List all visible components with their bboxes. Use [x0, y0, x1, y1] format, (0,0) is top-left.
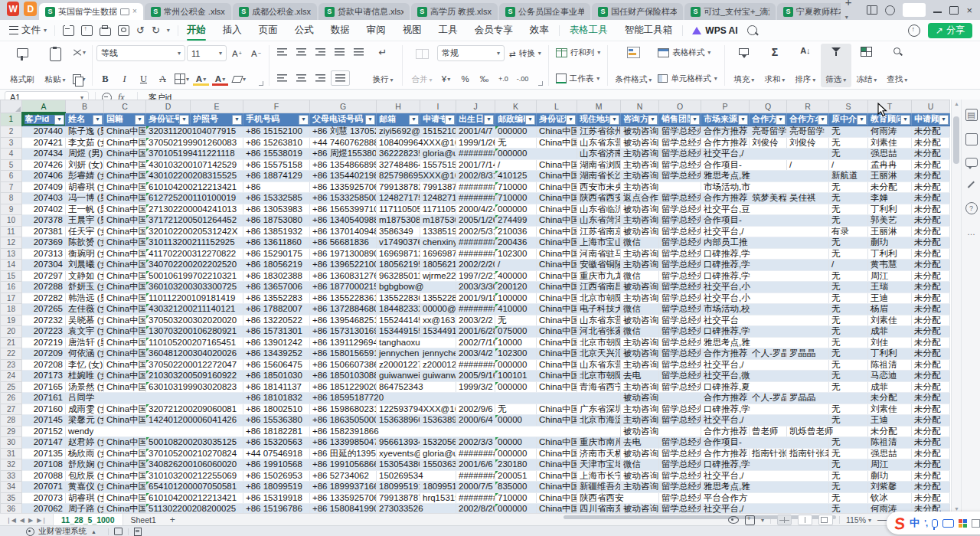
filter-dropdown-icon[interactable]: ▼ — [609, 115, 619, 125]
cell[interactable]: 310103200212255069 — [146, 470, 243, 482]
align-center-button[interactable] — [292, 71, 310, 85]
cell[interactable]: 王丽淋 — [868, 226, 912, 237]
filter-dropdown-icon[interactable]: ▼ — [365, 115, 375, 125]
cell[interactable]: 000000 — [495, 381, 537, 393]
cell[interactable]: 207165 — [22, 381, 66, 393]
sort-button[interactable]: A↓ 排序▾ — [790, 44, 821, 87]
cell[interactable]: 370503200302020020 — [146, 315, 243, 326]
cell[interactable]: China中国 — [537, 193, 577, 204]
cell[interactable]: 去电 — [621, 371, 659, 382]
row-header[interactable]: 18 — [1, 304, 22, 315]
cell[interactable]: 207088 — [22, 470, 66, 482]
cell[interactable]: 青海省西宁 — [577, 381, 621, 393]
cell[interactable]: +86 18002510 — [243, 404, 310, 415]
cell[interactable]: 陈祖清 — [868, 359, 912, 371]
normal-view-button[interactable] — [777, 515, 792, 525]
row-header[interactable]: 19 — [1, 315, 22, 326]
cell[interactable]: 360103200303300725 — [146, 282, 243, 293]
document-tab[interactable]: S可过_支付宝+_滴滴 — [684, 3, 776, 20]
document-tab[interactable]: S常州公积金 .xlsx — [145, 3, 231, 20]
cell[interactable]: 强思喆 — [868, 149, 912, 160]
cell[interactable]: 留学总经办 — [659, 404, 701, 415]
cell[interactable]: +86 15538019 — [243, 149, 310, 160]
cell[interactable]: 无 — [495, 404, 537, 415]
punctuation-icon[interactable]: ’, — [924, 518, 927, 528]
cell[interactable]: 刘素佳 — [868, 404, 912, 415]
cell[interactable]: China中国 — [104, 270, 146, 282]
spreadsheet-grid[interactable]: ABCDEFGHIJKLMNOPQRSTU1客户id▼姓名▼国籍▼身份证号▼护照… — [0, 100, 951, 513]
column-header-S[interactable]: S — [829, 100, 868, 113]
cell[interactable]: 153638960 — [377, 415, 420, 427]
cell[interactable]: 124827175 — [420, 193, 456, 204]
cell[interactable]: 胡睿琪 (女 — [66, 492, 104, 504]
cell[interactable]: +86 13220522 — [243, 315, 310, 326]
filter-button[interactable]: 筛选▾ — [821, 44, 851, 87]
cell[interactable]: 合作项目- — [701, 437, 829, 449]
filter-dropdown-icon[interactable]: ▼ — [135, 115, 145, 125]
cell[interactable]: 李文茹 (女 — [66, 137, 104, 149]
cell[interactable]: China中国 — [537, 359, 577, 371]
cell[interactable]: +86 1971300890 — [310, 248, 377, 260]
cell[interactable]: 32010220020531242X — [146, 226, 243, 237]
cell[interactable]: China中国 — [104, 470, 146, 482]
decrease-indent-button[interactable] — [331, 45, 348, 59]
cell[interactable]: 无 — [829, 470, 868, 482]
cell[interactable]: 刘紫馨 — [868, 482, 912, 493]
cell[interactable]: 江西省南昌 — [577, 282, 621, 293]
cell[interactable]: +86 17882007 — [243, 304, 310, 315]
cell[interactable]: 口碑推荐,学 — [701, 459, 829, 471]
cell[interactable]: 2003/4/2 — [456, 348, 495, 360]
header-cell[interactable]: 邮箱▼ — [377, 113, 420, 126]
cell[interactable]: 2002/7/16 — [456, 337, 495, 348]
cell[interactable]: 社交平台,/ — [701, 149, 829, 160]
cell[interactable]: 无 — [829, 504, 868, 514]
cell[interactable]: +86 15319918 — [243, 492, 310, 504]
cell[interactable]: China中国 — [537, 293, 577, 304]
cell[interactable]: 留学总经办 — [659, 371, 701, 382]
cell[interactable]: 799138787 — [377, 492, 420, 504]
cell[interactable]: 社交平台,/ — [701, 504, 829, 514]
column-header-U[interactable]: U — [912, 100, 950, 113]
font-size-select[interactable]: 11▾ — [187, 45, 227, 61]
filter-dropdown-icon[interactable]: ▼ — [299, 115, 309, 125]
cell[interactable]: 个人-罗晶 — [750, 393, 787, 404]
minimize-button[interactable] — [933, 11, 942, 13]
cell[interactable]: 2000/4/24 — [456, 204, 495, 215]
cell[interactable]: 371721200501264452 — [146, 215, 243, 227]
cell[interactable]: 2001/7/14 — [456, 159, 495, 171]
cell[interactable]: 主动咨询 — [621, 159, 659, 171]
row-header[interactable]: 28 — [1, 415, 22, 427]
cell[interactable]: 陕西省西安 — [577, 492, 659, 504]
cell[interactable]: 无 — [829, 448, 868, 459]
cell[interactable]: jennychen( — [420, 348, 456, 360]
cell[interactable]: ######## — [456, 448, 495, 459]
cell[interactable]: 1997/2/21 — [456, 270, 495, 282]
row-header[interactable]: 15 — [1, 270, 22, 282]
prev-sheet-icon[interactable]: ◀ — [20, 517, 24, 524]
cell[interactable]: 主动咨询 — [621, 248, 659, 260]
filter-dropdown-icon[interactable]: ▼ — [179, 115, 189, 125]
cell[interactable]: 2003/2/2 — [456, 315, 495, 326]
worksheet-button[interactable]: 工作表▾ — [553, 71, 604, 86]
cell[interactable]: 山东省济南 — [577, 149, 621, 160]
wps-logo-icon[interactable]: W — [7, 2, 19, 16]
row-header[interactable]: 17 — [1, 293, 22, 304]
cell[interactable]: 留学总经办 — [659, 204, 701, 215]
cell[interactable]: 未分配 — [912, 415, 950, 427]
header-cell[interactable]: 销售团队▼ — [659, 113, 701, 126]
column-header-N[interactable]: N — [621, 100, 659, 113]
cell[interactable]: 未分配 — [912, 393, 950, 404]
row-header[interactable]: 12 — [1, 237, 22, 249]
cell[interactable]: China中国 — [104, 248, 146, 260]
cell[interactable]: 无 — [829, 270, 868, 282]
document-tab[interactable]: S英国留学生数据× — [39, 3, 143, 20]
cell[interactable]: China中国 — [537, 137, 577, 149]
cell[interactable]: +86 18141137 — [243, 381, 310, 393]
cell[interactable]: 丁利利 — [868, 204, 912, 215]
cell[interactable]: 天津市宝坻 — [577, 459, 621, 471]
cell[interactable]: 184482332 — [377, 304, 420, 315]
align-top-button[interactable] — [273, 45, 291, 59]
cell[interactable]: 主动咨询 — [621, 381, 659, 393]
cell[interactable]: 成雨雯 (女 — [66, 404, 104, 415]
row-header[interactable]: 22 — [1, 348, 22, 360]
